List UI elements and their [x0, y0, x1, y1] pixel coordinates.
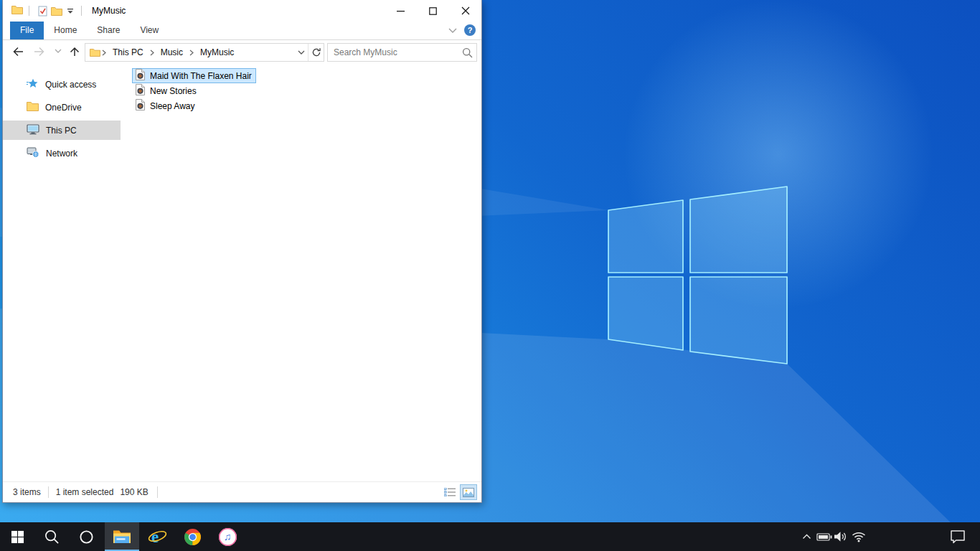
- onedrive-folder-icon: [27, 101, 39, 113]
- title-bar: MyMusic: [3, 0, 481, 22]
- forward-button[interactable]: [33, 46, 46, 57]
- quick-access-star-icon: [27, 78, 39, 91]
- taskbar-itunes-button[interactable]: ♫: [210, 522, 245, 551]
- sidebar-item-this-pc[interactable]: This PC: [3, 121, 121, 140]
- file-list: Maid With The Flaxen Hair New Stories Sl…: [132, 68, 474, 113]
- taskbar-search-button[interactable]: [34, 522, 69, 551]
- cortana-circle-icon: [79, 529, 94, 545]
- taskbar: e ♫: [0, 522, 980, 551]
- up-button[interactable]: [69, 46, 80, 57]
- file-explorer-icon: [113, 529, 131, 544]
- breadcrumb-music[interactable]: Music: [156, 44, 188, 61]
- file-row[interactable]: New Stories: [132, 83, 201, 98]
- minimize-button[interactable]: [385, 0, 417, 22]
- tab-share[interactable]: Share: [87, 22, 130, 39]
- network-icon: [27, 147, 39, 160]
- tab-home[interactable]: Home: [44, 22, 87, 39]
- search-icon: [44, 529, 60, 545]
- folder-window-icon: [11, 5, 23, 17]
- tray-show-hidden-icons-chevron[interactable]: [798, 522, 815, 551]
- navigation-bar: This PC Music MyMusic: [3, 40, 481, 65]
- sidebar-item-label: Quick access: [45, 80, 96, 90]
- refresh-icon[interactable]: [308, 44, 324, 61]
- maximize-button[interactable]: [417, 0, 449, 22]
- internet-explorer-icon: e: [148, 527, 167, 547]
- item-count: 3 items: [13, 487, 41, 497]
- large-icons-view-button[interactable]: [460, 484, 477, 500]
- address-dropdown-chevron-icon[interactable]: [294, 44, 308, 61]
- help-icon[interactable]: ?: [464, 24, 476, 36]
- address-bar[interactable]: This PC Music MyMusic: [85, 43, 324, 62]
- titlebar-separator: [29, 6, 29, 16]
- music-file-icon: [135, 84, 146, 98]
- volume-icon[interactable]: [832, 522, 849, 551]
- taskbar-chrome-button[interactable]: [175, 522, 209, 551]
- file-name: Sleep Away: [150, 101, 195, 111]
- expand-ribbon-chevron-icon[interactable]: [448, 25, 457, 35]
- chevron-right-icon[interactable]: [149, 50, 156, 56]
- tab-view[interactable]: View: [130, 22, 169, 39]
- selection-size: 190 KB: [120, 487, 148, 497]
- taskbar-internet-explorer-button[interactable]: e: [140, 522, 174, 551]
- breadcrumb-this-pc[interactable]: This PC: [108, 44, 149, 61]
- back-button[interactable]: [11, 46, 24, 57]
- action-center-icon[interactable]: [946, 522, 970, 551]
- status-bar: 3 items 1 item selected 190 KB: [3, 481, 481, 502]
- itunes-icon: ♫: [219, 528, 237, 546]
- window-title: MyMusic: [92, 6, 126, 16]
- chevron-right-icon[interactable]: [188, 50, 195, 56]
- file-row[interactable]: Maid With The Flaxen Hair: [132, 68, 256, 83]
- explorer-content: Quick access OneDrive This PC Network: [3, 65, 481, 481]
- status-divider: [157, 486, 158, 498]
- breadcrumb-mymusic[interactable]: MyMusic: [195, 44, 239, 61]
- cortana-button[interactable]: [69, 522, 103, 551]
- sidebar-item-onedrive[interactable]: OneDrive: [3, 98, 121, 117]
- file-row[interactable]: Sleep Away: [132, 98, 199, 113]
- recent-locations-chevron-icon[interactable]: [55, 49, 62, 53]
- music-file-icon: [135, 69, 146, 83]
- chrome-icon: [184, 528, 202, 546]
- chevron-right-icon[interactable]: [100, 50, 108, 56]
- music-file-icon: [135, 99, 146, 113]
- new-folder-quick-button[interactable]: [50, 3, 64, 19]
- file-name: Maid With The Flaxen Hair: [150, 71, 252, 81]
- sidebar-item-network[interactable]: Network: [3, 143, 121, 163]
- file-explorer-window: MyMusic File Home Share View ?: [2, 0, 482, 503]
- search-box: [327, 43, 477, 62]
- sidebar-item-label: This PC: [46, 126, 77, 136]
- sidebar-item-label: OneDrive: [45, 103, 82, 113]
- svg-text:e: e: [151, 528, 159, 546]
- tab-file[interactable]: File: [10, 22, 44, 39]
- details-view-button[interactable]: [441, 484, 458, 500]
- windows-start-icon: [11, 530, 24, 544]
- this-pc-monitor-icon: [27, 124, 39, 137]
- taskbar-file-explorer-button[interactable]: [105, 522, 139, 551]
- file-name: New Stories: [150, 86, 197, 96]
- search-icon[interactable]: [458, 47, 476, 58]
- battery-icon[interactable]: [815, 522, 834, 551]
- selection-count: 1 item selected: [56, 487, 114, 497]
- wifi-icon[interactable]: [849, 522, 868, 551]
- close-button[interactable]: [449, 0, 481, 22]
- address-folder-icon: [90, 48, 100, 57]
- search-input[interactable]: [328, 47, 458, 57]
- sidebar-item-label: Network: [46, 149, 77, 159]
- start-button[interactable]: [0, 522, 34, 551]
- ribbon-tab-bar: File Home Share View: [3, 22, 481, 40]
- customize-quick-access-toolbar-icon[interactable]: [65, 3, 75, 19]
- status-divider: [48, 486, 49, 498]
- sidebar-item-quick-access[interactable]: Quick access: [3, 75, 121, 94]
- titlebar-separator: [81, 6, 82, 16]
- navigation-pane: Quick access OneDrive This PC Network: [3, 65, 121, 481]
- properties-quick-button[interactable]: [35, 3, 50, 19]
